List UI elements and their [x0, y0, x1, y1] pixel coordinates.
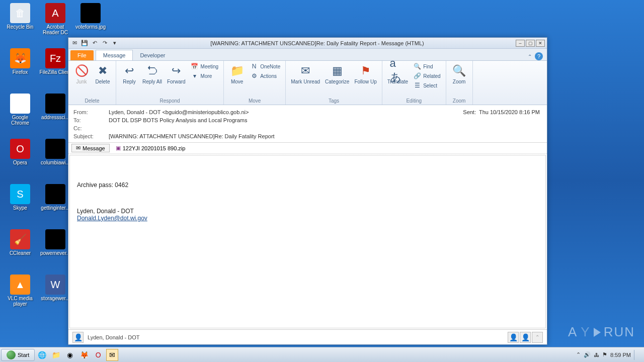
group-editing-label: Editing — [385, 98, 443, 105]
reply-all-button[interactable]: ⮌Reply All — [140, 62, 164, 85]
taskbar-chrome[interactable]: ◉ — [64, 349, 76, 361]
categorize-button[interactable]: ▦Categorize — [323, 62, 351, 85]
translate-button[interactable]: aあTranslate — [385, 62, 410, 85]
mail-icon: ✉ — [76, 145, 80, 151]
tray-expand-icon[interactable]: ⌃ — [576, 351, 581, 358]
desktop-icon-addresssci-[interactable]: addresssci... — [39, 94, 71, 120]
actions-icon: ⚙ — [250, 72, 258, 80]
tray-volume-icon[interactable]: 🔊 — [584, 351, 591, 358]
tray-flag-icon[interactable]: ⚑ — [602, 351, 607, 358]
select-icon: ☰ — [413, 81, 421, 89]
forward-icon: ↪ — [168, 63, 184, 79]
qat-dropdown-icon[interactable]: ▾ — [111, 39, 119, 47]
delete-button[interactable]: ✖Delete — [93, 62, 113, 85]
attachment-message-tab[interactable]: ✉Message — [71, 144, 110, 152]
meeting-button[interactable]: 📅Meeting — [189, 62, 221, 71]
actions-button[interactable]: ⚙Actions — [248, 71, 282, 80]
junk-icon: 🚫 — [73, 63, 90, 79]
sent-value: Thu 10/15/2020 8:16 PM — [479, 109, 540, 115]
onenote-button[interactable]: NOneNote — [248, 62, 282, 71]
tab-message[interactable]: Message — [96, 50, 133, 60]
desktop-icon-voteforms-jpg[interactable]: voteforms.jpg — [74, 3, 107, 30]
group-zoom-label: Zoom — [449, 98, 469, 105]
mark-unread-button[interactable]: ✉Mark Unread — [289, 62, 322, 85]
follow-up-button[interactable]: ⚑Follow Up — [352, 62, 378, 85]
taskbar-opera[interactable]: O — [92, 349, 104, 361]
help-icon[interactable]: ? — [535, 52, 543, 60]
ribbon-collapse-icon[interactable]: ⌃ — [528, 54, 532, 59]
delete-icon: ✖ — [95, 63, 111, 79]
find-button[interactable]: 🔍Find — [411, 62, 442, 71]
window-title: [WARNING: ATTACHMENT UNSCANNED]Re: Daily… — [119, 40, 516, 46]
desktop-icon-ccleaner[interactable]: 🧹CCleaner — [4, 229, 36, 256]
desktop-icon-powernever-[interactable]: powernever... — [39, 229, 71, 256]
show-desktop-button[interactable] — [634, 350, 640, 360]
maximize-button[interactable]: ▢ — [526, 40, 535, 47]
people-collapse-icon[interactable]: ⌃ — [532, 332, 543, 343]
tray-network-icon[interactable]: 🖧 — [594, 352, 599, 358]
subject-value: [WARNING: ATTACHMENT UNSCANNED]Re: Daily… — [109, 133, 542, 139]
desktop-icon-recycle-bin[interactable]: 🗑Recycle Bin — [4, 3, 36, 30]
desktop-icon-skype[interactable]: SSkype — [4, 184, 36, 211]
ribbon-tabbar: File Message Developer ⌃ ? — [68, 49, 547, 61]
desktop-icon-opera[interactable]: OOpera — [4, 139, 36, 165]
save-icon[interactable]: 💾 — [80, 39, 89, 47]
outlook-message-window: ✉ 💾 ↶ ↷ ▾ [WARNING: ATTACHMENT UNSCANNED… — [68, 37, 547, 345]
junk-button[interactable]: 🚫Junk — [71, 62, 92, 85]
desktop-icon-columbiawi-[interactable]: columbiawi... — [39, 139, 71, 165]
zip-icon: ▣ — [116, 145, 121, 151]
attachment-file[interactable]: ▣122YJI 20201015 890.zip — [113, 144, 189, 152]
tab-file[interactable]: File — [70, 50, 94, 60]
flag-icon: ⚑ — [358, 63, 374, 79]
redo-icon[interactable]: ↷ — [101, 39, 109, 47]
desktop-icon-firefox[interactable]: 🦊Firefox — [4, 48, 36, 75]
desktop-icon-vlc-media-player[interactable]: ▲VLC media player — [4, 275, 36, 307]
move-icon: 📁 — [229, 63, 245, 79]
group-respond-label: Respond — [119, 98, 220, 105]
people-toggle-2[interactable]: 👤 — [520, 332, 531, 343]
taskbar: Start 🌐 📁 ◉ 🦊 O ✉ ⌃ 🔊 🖧 ⚑ 8:59 PM — [0, 347, 644, 362]
reply-icon: ↩ — [121, 63, 137, 79]
desktop-icon-gettinginter-[interactable]: gettinginter... — [39, 184, 71, 211]
taskbar-ie[interactable]: 🌐 — [36, 349, 48, 361]
windows-orb-icon — [7, 350, 16, 359]
more-button[interactable]: ▾More — [189, 71, 221, 80]
group-move-label: Move — [227, 98, 282, 105]
desktop-icon-google-chrome[interactable]: ◉Google Chrome — [4, 94, 36, 126]
reply-button[interactable]: ↩Reply — [119, 62, 139, 85]
start-button[interactable]: Start — [1, 349, 35, 361]
desktop-icon-storagewer-[interactable]: Wstoragewer... — [39, 275, 71, 301]
select-button[interactable]: ☰Select — [411, 81, 442, 90]
play-icon — [594, 328, 601, 337]
zoom-button[interactable]: 🔍Zoom — [449, 62, 469, 85]
taskbar-outlook[interactable]: ✉ — [106, 349, 118, 361]
people-pane: 👤 Lyden, Donald - DOT 👤 👤 ⌃ — [68, 329, 547, 344]
close-button[interactable]: ✕ — [536, 40, 545, 47]
cc-label: Cc: — [73, 125, 109, 131]
window-titlebar[interactable]: ✉ 💾 ↶ ↷ ▾ [WARNING: ATTACHMENT UNSCANNED… — [68, 38, 547, 49]
move-button[interactable]: 📁Move — [227, 62, 247, 85]
from-label: From: — [73, 109, 109, 115]
taskbar-explorer[interactable]: 📁 — [50, 349, 62, 361]
related-icon: 🔗 — [413, 72, 421, 80]
tray-clock[interactable]: 8:59 PM — [610, 352, 631, 358]
more-icon: ▾ — [191, 72, 199, 80]
signature-email[interactable]: Donald.Lyden@dot.wi.gov — [77, 215, 147, 222]
desktop-icon-acrobat-reader-dc[interactable]: AAcrobat Reader DC — [39, 3, 71, 35]
ribbon: 🚫Junk ✖Delete Delete ↩Reply ⮌Reply All ↪… — [68, 61, 547, 105]
people-toggle-1[interactable]: 👤 — [508, 332, 519, 343]
zoom-icon: 🔍 — [451, 63, 467, 79]
desktop-icon-filezilla-client[interactable]: FzFileZilla Client — [39, 48, 71, 75]
forward-button[interactable]: ↪Forward — [165, 62, 188, 85]
minimize-button[interactable]: – — [516, 40, 525, 47]
avatar-icon[interactable]: 👤 — [72, 332, 84, 343]
tab-developer[interactable]: Developer — [133, 50, 172, 60]
system-tray: ⌃ 🔊 🖧 ⚑ 8:59 PM — [576, 350, 643, 360]
undo-icon[interactable]: ↶ — [91, 39, 99, 47]
categorize-icon: ▦ — [329, 63, 345, 79]
group-delete-label: Delete — [71, 98, 113, 105]
related-button[interactable]: 🔗Related — [411, 71, 442, 80]
message-body[interactable]: Archive pass: 0462 Lyden, Donald - DOT D… — [69, 155, 546, 328]
taskbar-firefox[interactable]: 🦊 — [78, 349, 90, 361]
watermark: AY RUN — [568, 324, 635, 340]
